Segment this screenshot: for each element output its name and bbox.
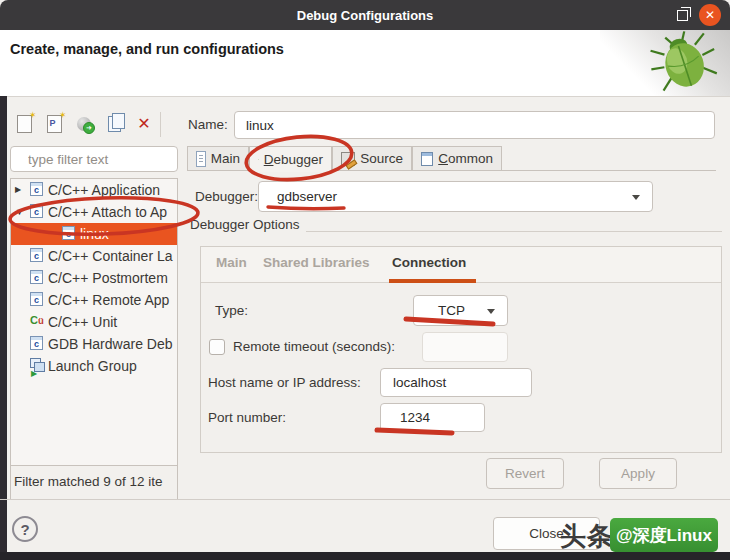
c-config-icon [30, 336, 43, 350]
dialog-header: Create, manage, and run configurations [0, 30, 730, 97]
host-input[interactable] [380, 368, 532, 397]
new-prototype-icon: P✶ [47, 115, 62, 133]
new-prototype-button[interactable]: P✶ [42, 111, 66, 137]
source-icon [341, 152, 355, 166]
port-input[interactable] [380, 403, 485, 432]
c-config-icon [62, 226, 75, 240]
desktop-edge-left [0, 96, 7, 552]
delete-configuration-button[interactable]: ✕ [132, 111, 156, 137]
tree-item-cpp-remote[interactable]: C/C++ Remote App [11, 289, 177, 311]
c-config-icon [30, 292, 43, 306]
c-config-icon [30, 248, 43, 262]
revert-button[interactable]: Revert [486, 458, 564, 489]
type-label: Type: [215, 295, 248, 326]
help-button[interactable]: ? [12, 516, 38, 542]
watermark-badge: @深度Linux [610, 518, 718, 552]
new-configuration-button[interactable]: ✶ [12, 111, 36, 137]
export-configurations-button[interactable]: ➜ [72, 111, 96, 137]
c-config-icon [30, 204, 43, 218]
desktop-edge-bottom [0, 552, 730, 560]
tab-source[interactable]: Source [332, 146, 412, 171]
group-rule [306, 231, 722, 232]
restore-window-icon[interactable] [677, 10, 688, 21]
delete-configuration-icon: ✕ [137, 116, 150, 132]
active-tab-indicator [389, 279, 476, 283]
footer-separator [0, 499, 730, 500]
tree-item-cpp-postmortem[interactable]: C/C++ Postmortem [11, 267, 177, 289]
tab-debugger[interactable]: Debugger [249, 146, 332, 172]
type-select[interactable]: TCP [413, 295, 508, 326]
remote-timeout-label: Remote timeout (seconds): [233, 332, 395, 362]
filter-input[interactable] [10, 146, 178, 172]
launch-group-icon: ▶ [30, 358, 43, 371]
remote-timeout-field [422, 332, 508, 362]
tab-common[interactable]: Common [412, 146, 502, 171]
configuration-tree: ▶ C/C++ Application ▼ C/C++ Attach to Ap… [10, 178, 178, 466]
tree-item-linux[interactable]: linux [11, 223, 177, 245]
export-configurations-icon: ➜ [77, 117, 91, 131]
chevron-down-icon [487, 309, 495, 314]
apply-button[interactable]: Apply [599, 458, 677, 489]
options-tab-main[interactable]: Main [216, 255, 247, 270]
debug-bug-icon [648, 31, 720, 95]
tree-item-cpp-application[interactable]: ▶ C/C++ Application [11, 179, 177, 201]
collapsed-arrow-icon[interactable]: ▶ [15, 179, 21, 201]
expanded-arrow-icon[interactable]: ▼ [15, 201, 24, 223]
toolbar-separator [160, 112, 161, 137]
tree-item-gdb-hardware[interactable]: GDB Hardware Deb [11, 333, 177, 355]
c-config-icon [30, 270, 43, 284]
tree-item-launch-group[interactable]: ▶ Launch Group [11, 355, 177, 377]
name-label: Name: [188, 111, 228, 139]
port-label: Port number: [208, 403, 286, 432]
tree-item-cpp-unit[interactable]: Cü C/C++ Unit [11, 311, 177, 333]
new-configuration-icon: ✶ [17, 115, 32, 133]
bug-icon [258, 153, 259, 166]
tree-item-cpp-attach[interactable]: ▼ C/C++ Attach to Ap [11, 201, 177, 223]
watermark-prefix: 头条 [560, 519, 614, 554]
remote-timeout-checkbox[interactable] [209, 339, 225, 355]
debugger-label: Debugger: [195, 181, 258, 212]
options-tab-shared-libraries[interactable]: Shared Libraries [263, 255, 370, 270]
dialog-subtitle: Create, manage, and run configurations [10, 41, 284, 57]
window-title: Debug Configurations [297, 8, 434, 23]
tab-main[interactable]: Main [187, 146, 249, 171]
host-label: Host name or IP address: [208, 368, 361, 397]
cppunit-icon: Cü [30, 313, 44, 328]
filter-status: Filter matched 9 of 12 ite [10, 465, 178, 500]
c-config-icon [30, 182, 43, 196]
debugger-select[interactable]: gdbserver [258, 181, 653, 212]
common-icon [421, 152, 433, 166]
debugger-options-title: Debugger Options [190, 217, 300, 232]
duplicate-configuration-button[interactable] [102, 111, 126, 137]
options-tab-connection[interactable]: Connection [392, 255, 466, 270]
chevron-down-icon [632, 195, 640, 200]
duplicate-configuration-icon [108, 116, 121, 132]
name-input[interactable] [234, 111, 715, 139]
close-window-button[interactable]: ✕ [699, 4, 721, 26]
titlebar[interactable]: Debug Configurations [0, 0, 730, 30]
document-icon [196, 151, 206, 167]
tree-item-cpp-container[interactable]: C/C++ Container La [11, 245, 177, 267]
